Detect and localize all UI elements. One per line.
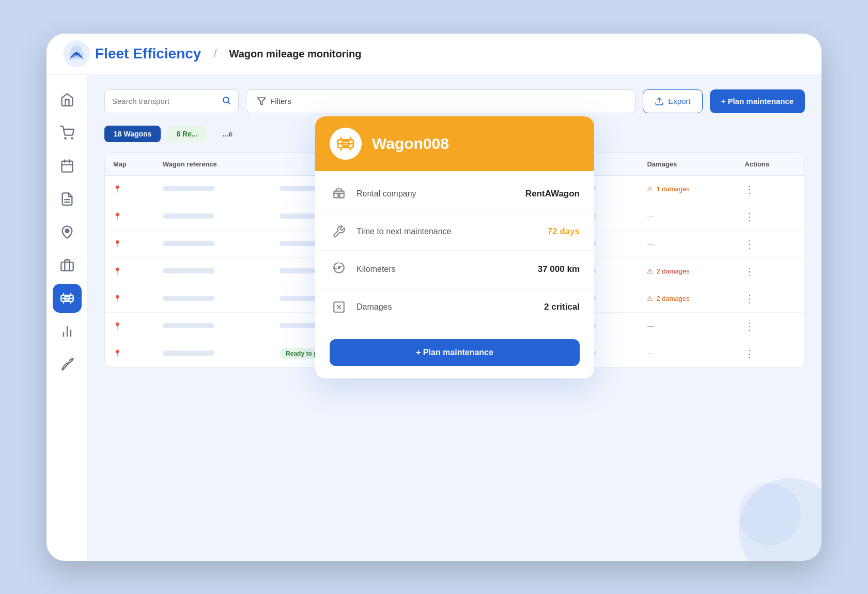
damages-icon (330, 298, 348, 316)
sidebar-item-home[interactable] (53, 85, 82, 114)
action-menu[interactable]: ⋮ (745, 293, 756, 304)
svg-rect-33 (343, 141, 349, 146)
damage-badge: ⚠ 2 damages (647, 267, 728, 275)
damage-badge: ⚠ 2 damages (647, 295, 728, 302)
wagon-detail-icon (336, 134, 355, 153)
filter-button[interactable]: Filters (246, 89, 636, 113)
sidebar-item-wagon[interactable] (53, 284, 82, 313)
action-menu[interactable]: ⋮ (745, 348, 756, 359)
action-menu[interactable]: ⋮ (745, 238, 756, 250)
report-icon (60, 192, 74, 206)
search-input[interactable] (112, 97, 218, 105)
filter-icon (257, 97, 266, 106)
export-icon (655, 97, 664, 106)
damage-badge: ⚠ 1 damages (647, 185, 728, 193)
sidebar-item-report[interactable] (53, 185, 82, 214)
svg-rect-4 (61, 161, 72, 172)
wagon-icon (60, 291, 74, 306)
logo-area: Fleet Efficiency (63, 40, 201, 67)
content-area: Filters Export + Plan maintenance (88, 75, 822, 561)
svg-point-1 (75, 52, 78, 55)
map-pin: 📍 (113, 295, 121, 302)
popup-plan-button[interactable]: + Plan maintenance (330, 339, 580, 366)
popup-wagon-name: Wagon008 (372, 135, 449, 153)
logo-icon (63, 40, 90, 67)
rental-icon (330, 185, 348, 203)
svg-point-3 (71, 138, 72, 139)
damages-label: Damages (357, 302, 536, 312)
wagon-detail-popup: Wagon008 (315, 116, 594, 378)
top-header: Fleet Efficiency / Wagon mileage monitor… (47, 34, 822, 75)
action-menu[interactable]: ⋮ (745, 184, 756, 195)
km-value: 37 000 km (538, 264, 580, 275)
sidebar-item-calendar[interactable] (53, 151, 82, 180)
map-pin: 📍 (113, 267, 121, 275)
popup-body: Rental company RentAWagon Time to next m… (315, 171, 594, 330)
svg-rect-12 (61, 262, 73, 270)
popup-row-maintenance: Time to next maintenance 72 days (315, 213, 594, 251)
rental-label: Rental company (357, 189, 517, 199)
col-damages: Damages (639, 153, 736, 176)
km-label: Kilometers (357, 265, 530, 274)
map-pin: 📍 (113, 185, 121, 193)
col-actions: Actions (736, 153, 804, 176)
briefcase-icon (60, 258, 74, 272)
sidebar-item-location-settings[interactable] (53, 218, 82, 247)
action-menu[interactable]: ⋮ (745, 321, 756, 332)
sidebar-item-leaf[interactable] (53, 350, 82, 379)
svg-marker-25 (258, 98, 266, 105)
export-button[interactable]: Export (643, 89, 702, 113)
popup-row-damages: Damages 2 critical (315, 288, 594, 326)
wagon-popup-icon (330, 128, 362, 160)
sidebar-item-chart[interactable] (53, 317, 82, 346)
search-box[interactable] (104, 89, 239, 113)
svg-point-36 (338, 267, 339, 268)
ref-bar (163, 186, 214, 191)
col-wagon-ref: Wagon reference (154, 153, 271, 176)
popup-row-km: Kilometers 37 000 km (315, 251, 594, 288)
sidebar (47, 75, 88, 561)
damages-value: 2 critical (544, 302, 580, 312)
plan-maintenance-button[interactable]: + Plan maintenance (710, 89, 805, 113)
popup-header: Wagon008 (315, 116, 594, 171)
chart-icon (60, 324, 74, 339)
cart-icon (60, 126, 74, 140)
sidebar-item-briefcase[interactable] (53, 251, 82, 280)
maintenance-label: Time to next maintenance (357, 227, 539, 236)
svg-line-24 (228, 102, 229, 103)
action-menu[interactable]: ⋮ (745, 266, 756, 277)
leaf-icon (60, 357, 74, 372)
location-settings-icon (60, 225, 74, 239)
tab-other[interactable]: ...e (213, 126, 242, 142)
map-pin: 📍 (113, 322, 121, 330)
sidebar-item-cart[interactable] (53, 118, 82, 147)
corner-decoration-2 (739, 483, 801, 545)
km-icon (330, 260, 348, 279)
popup-row-rental: Rental company RentAWagon (315, 175, 594, 213)
svg-point-11 (66, 230, 67, 231)
corner-decoration (739, 478, 822, 561)
breadcrumb-sep: / (213, 47, 216, 60)
col-map: Map (105, 153, 154, 176)
maintenance-value: 72 days (548, 226, 580, 237)
breadcrumb-sub: Wagon mileage monitoring (229, 48, 362, 60)
app-title: Fleet Efficiency (95, 45, 201, 62)
home-icon (60, 93, 74, 107)
rental-value: RentAWagon (525, 189, 580, 199)
search-icon[interactable] (222, 96, 231, 107)
map-pin: 📍 (113, 349, 121, 357)
popup-footer: + Plan maintenance (315, 330, 594, 378)
map-pin: 📍 (113, 212, 121, 220)
tab-ready[interactable]: 8 Re... (167, 126, 207, 142)
map-pin: 📍 (113, 240, 121, 248)
calendar-icon (60, 159, 74, 173)
toolbar: Filters Export + Plan maintenance (104, 89, 805, 113)
svg-point-2 (65, 138, 66, 139)
tab-wagons[interactable]: 18 Wagons (104, 126, 161, 142)
svg-point-35 (338, 194, 340, 196)
maintenance-icon (330, 222, 348, 241)
action-menu[interactable]: ⋮ (745, 211, 756, 222)
